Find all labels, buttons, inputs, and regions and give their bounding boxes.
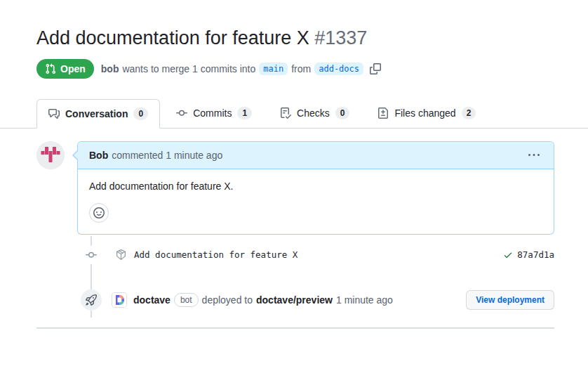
git-pull-request-icon	[45, 63, 56, 74]
doctave-app-avatar[interactable]	[112, 292, 127, 308]
pr-title-text: Add documentation for feature X	[36, 27, 309, 48]
tab-files-changed-count: 2	[462, 107, 476, 119]
bottom-divider	[36, 327, 554, 329]
tab-conversation[interactable]: Conversation 0	[36, 99, 160, 129]
tab-files-changed-label: Files changed	[394, 107, 455, 119]
git-commit-icon	[176, 107, 187, 119]
smiley-icon	[93, 207, 105, 218]
deployment-row: doctave bot deployed to doctave/preview …	[0, 281, 588, 318]
tab-conversation-count: 0	[133, 107, 148, 120]
tab-conversation-label: Conversation	[65, 108, 128, 119]
add-reaction-button[interactable]	[89, 203, 109, 223]
copy-icon	[370, 63, 381, 74]
head-branch-label[interactable]: add-docs	[314, 63, 363, 75]
pr-header: Add documentation for feature X #1337 Op…	[36, 27, 554, 79]
pr-state-label: Open	[60, 63, 86, 74]
comment-discussion-icon	[48, 108, 60, 119]
tab-commits-label: Commits	[193, 107, 232, 119]
base-branch-label[interactable]: main	[259, 63, 288, 75]
pr-number: #1337	[314, 27, 367, 48]
pr-tab-bar: Conversation 0 Commits 1 Checks 0 Files …	[0, 98, 588, 129]
pr-state-badge[interactable]: Open	[36, 59, 94, 79]
tab-checks-label: Checks	[297, 107, 330, 119]
tab-checks[interactable]: Checks 0	[268, 98, 361, 128]
commit-sha-link[interactable]: 87a7d1a	[517, 249, 554, 260]
comment-menu-button[interactable]	[526, 148, 542, 162]
page-title: Add documentation for feature X #1337	[36, 27, 554, 51]
comment-header: Bob commented 1 minute ago	[78, 142, 554, 169]
deployment-text: doctave bot deployed to doctave/preview …	[133, 293, 393, 307]
comment-card: Bob commented 1 minute ago Add documenta…	[77, 141, 554, 235]
tab-files-changed[interactable]: Files changed 2	[366, 98, 488, 128]
commit-row: Add documentation for feature X 87a7d1a	[0, 235, 588, 274]
pr-author[interactable]: bob	[101, 63, 119, 74]
pr-meta-text: bob wants to merge 1 commits into main f…	[101, 62, 382, 76]
pr-meta-mid: wants to merge 1 commits into	[122, 63, 255, 74]
pr-meta-row: Open bob wants to merge 1 commits into m…	[36, 59, 554, 79]
deployment-time: 1 minute ago	[336, 294, 393, 306]
bot-badge: bot	[174, 293, 199, 307]
comment-byline: commented 1 minute ago	[112, 150, 222, 161]
avatar[interactable]	[36, 141, 65, 169]
comment-body: Add documentation for feature X.	[78, 169, 554, 234]
timeline: Add documentation for feature X 87a7d1a …	[0, 235, 588, 318]
checklist-icon	[280, 107, 291, 119]
deployment-action: deployed to	[202, 294, 253, 306]
view-deployment-button[interactable]: View deployment	[466, 290, 554, 310]
copy-branch-button[interactable]	[368, 62, 382, 76]
file-diff-icon	[377, 107, 389, 119]
commit-message-link[interactable]: Add documentation for feature X	[134, 249, 298, 260]
git-commit-icon	[86, 246, 97, 264]
pr-meta-from: from	[291, 63, 311, 74]
tab-checks-count: 0	[335, 107, 350, 119]
deployment-app-name[interactable]: doctave	[133, 294, 171, 306]
check-icon[interactable]	[503, 250, 513, 260]
tab-commits-count: 1	[237, 107, 252, 119]
commit-status: 87a7d1a	[503, 249, 554, 260]
kebab-horizontal-icon	[528, 150, 540, 161]
tab-commits[interactable]: Commits 1	[164, 98, 264, 128]
rocket-icon	[81, 289, 102, 311]
comment-section: Bob commented 1 minute ago Add documenta…	[36, 141, 554, 235]
comment-author[interactable]: Bob	[89, 150, 108, 161]
comment-text: Add documentation for feature X.	[89, 181, 542, 192]
commit-author-avatar[interactable]	[115, 249, 127, 261]
deployment-environment[interactable]: doctave/preview	[256, 294, 333, 306]
